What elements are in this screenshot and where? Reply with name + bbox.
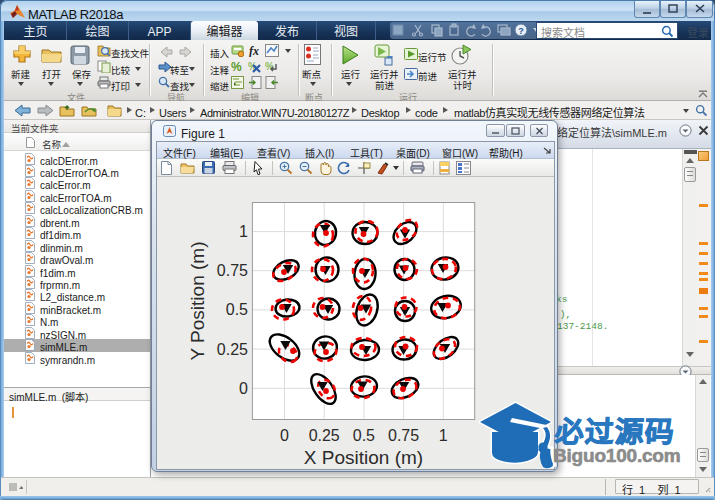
svg-text:0.75: 0.75	[388, 427, 419, 444]
svg-text:%: %	[231, 60, 242, 73]
svg-text:?: ?	[518, 26, 524, 36]
svg-text:0.5: 0.5	[353, 427, 375, 444]
svg-text:Y Position (m): Y Position (m)	[187, 242, 208, 361]
svg-text:0.75: 0.75	[217, 262, 248, 279]
svg-text:0.25: 0.25	[217, 341, 248, 358]
svg-text:1: 1	[439, 427, 448, 444]
svg-text:0.5: 0.5	[226, 301, 248, 318]
svg-text:1: 1	[239, 223, 248, 240]
svg-text:0.25: 0.25	[309, 427, 340, 444]
svg-text:fx: fx	[249, 44, 259, 57]
svg-text:0: 0	[239, 380, 248, 397]
svg-text:X Position (m): X Position (m)	[304, 447, 423, 468]
svg-text:0: 0	[280, 427, 289, 444]
